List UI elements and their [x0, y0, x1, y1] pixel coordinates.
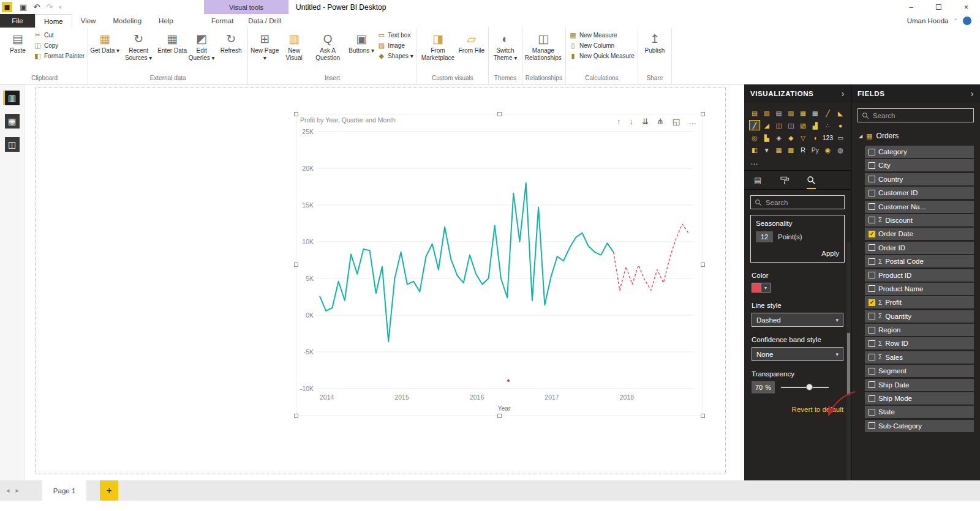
from-file-button[interactable]: ▱From File	[457, 28, 486, 54]
viz-100-stacked-column-chart-icon[interactable]: ▦	[810, 108, 821, 118]
field-category[interactable]: Category	[865, 146, 974, 158]
field-checkbox[interactable]	[869, 149, 875, 155]
tab-file[interactable]: File	[0, 14, 35, 28]
maximize-button[interactable]: ☐	[925, 0, 952, 14]
viz-donut-chart-icon[interactable]: ◎	[749, 132, 760, 143]
field-checkbox[interactable]	[869, 285, 875, 292]
field-checkbox[interactable]	[869, 395, 875, 402]
new-column-button[interactable]: ▯New Column	[569, 42, 635, 50]
profit-line[interactable]	[320, 183, 614, 341]
tab-help[interactable]: Help	[150, 14, 182, 28]
confidence-band-style-dropdown[interactable]: None ▾	[752, 347, 843, 361]
viz-slicer-icon[interactable]: ▼	[761, 144, 772, 155]
field-checkbox[interactable]	[869, 327, 875, 334]
from-marketplace-button[interactable]: ◨From Marketplace	[419, 28, 457, 61]
publish-button[interactable]: ↥Publish	[640, 28, 669, 54]
fields-search-input[interactable]: Search	[858, 108, 974, 122]
viz-ribbon-chart-icon[interactable]: ▧	[797, 120, 809, 130]
viz-stacked-column-chart-icon[interactable]: ▥	[761, 108, 772, 118]
previous-page-icon[interactable]: ◂	[6, 487, 10, 494]
manage-relationships-button[interactable]: ◫Manage Relationships	[524, 28, 562, 61]
viz-arcgis-map-icon[interactable]: ◍	[835, 144, 846, 155]
new-measure-button[interactable]: ▦New Measure	[569, 31, 635, 39]
line-chart-visual[interactable]: Profit by Year, Quarter and Month ↑↓⇊⋔◱……	[296, 114, 703, 416]
field-checkbox[interactable]	[869, 190, 875, 196]
field-sub-category[interactable]: Sub-Category	[865, 420, 974, 432]
data-view-button[interactable]: ▦	[5, 114, 20, 129]
expander-icon[interactable]: ◢	[859, 133, 862, 139]
field-checkbox[interactable]	[869, 203, 875, 210]
orders-table-row[interactable]: ◢ ▦ Orders	[851, 128, 980, 143]
seasonality-input[interactable]: 12	[756, 231, 773, 242]
field-sales[interactable]: ΣSales	[865, 351, 974, 364]
field-checkbox[interactable]	[869, 368, 875, 375]
field-country[interactable]: Country	[865, 173, 974, 185]
fields-pane-tab[interactable]: ▤	[754, 176, 763, 189]
recent-sources-button[interactable]: ↻Recent Sources ▾	[119, 28, 157, 61]
redo-icon[interactable]: ↷	[46, 2, 53, 12]
viz-funnel-icon[interactable]: ▽	[797, 132, 809, 143]
viz-scatter-chart-icon[interactable]: ∴	[822, 120, 834, 130]
tab-home[interactable]: Home	[35, 14, 72, 28]
signed-in-user[interactable]: Uman Hooda	[907, 17, 949, 24]
viz-gauge-icon[interactable]: ◖	[810, 132, 821, 143]
shapes-button[interactable]: ◆Shapes ▾	[377, 52, 413, 60]
undo-icon[interactable]: ↶	[33, 2, 40, 12]
field-checkbox[interactable]	[869, 244, 875, 251]
tab-view[interactable]: View	[72, 14, 105, 28]
copy-button[interactable]: ◫Copy	[34, 42, 85, 50]
report-canvas[interactable]: Profit by Year, Quarter and Month ↑↓⇊⋔◱……	[24, 84, 744, 480]
field-profit[interactable]: ✓ΣProfit	[865, 296, 974, 308]
resize-handle[interactable]	[497, 112, 502, 116]
viz-key-influencers-icon[interactable]: ◉	[822, 144, 834, 155]
tab-modeling[interactable]: Modeling	[104, 14, 150, 28]
refresh-button[interactable]: ↻Refresh	[216, 28, 246, 54]
buttons-button[interactable]: ▣Buttons ▾	[347, 28, 376, 54]
viz-waterfall-chart-icon[interactable]: ▟	[810, 120, 821, 130]
viz-clustered-bar-chart-icon[interactable]: ▤	[774, 108, 785, 118]
visualizations-scrollbar[interactable]	[846, 242, 851, 480]
text-box-button[interactable]: ▭Text box	[377, 31, 413, 39]
viz-multi-row-card-icon[interactable]: ▭	[835, 132, 846, 143]
field-customer-na[interactable]: Customer Na...	[865, 201, 974, 213]
field-checkbox[interactable]	[869, 409, 875, 416]
quick-access-caret-icon[interactable]: ▾	[59, 4, 62, 10]
viz-line-chart-icon[interactable]: ╱	[822, 108, 834, 118]
resize-handle[interactable]	[701, 112, 705, 116]
forecast-line[interactable]	[614, 224, 688, 290]
viz-map-icon[interactable]: ◈	[774, 132, 785, 143]
viz-card-icon[interactable]: 123	[822, 132, 834, 143]
color-dropdown-caret-icon[interactable]: ▾	[761, 283, 771, 293]
tab-format[interactable]: Format	[211, 17, 233, 24]
field-checkbox[interactable]: ✓	[869, 299, 875, 306]
field-product-id[interactable]: Product ID	[865, 269, 974, 282]
color-swatch[interactable]	[752, 283, 761, 293]
tab-data-drill[interactable]: Data / Drill	[248, 17, 281, 24]
viz-line-chart-selected-icon[interactable]: ╱	[749, 120, 760, 130]
edit-queries-button[interactable]: ◩Edit Queries ▾	[187, 28, 216, 61]
field-customer-id[interactable]: Customer ID	[865, 187, 974, 199]
viz-line-and-clustered-column-chart-icon[interactable]: ◫	[785, 120, 796, 130]
field-discount[interactable]: ΣDiscount	[865, 214, 974, 226]
field-order-date[interactable]: ✓Order Date	[865, 228, 974, 240]
line-style-dropdown[interactable]: Dashed ▾	[752, 313, 843, 327]
revert-to-default-link[interactable]: Revert to default	[744, 406, 843, 413]
field-checkbox[interactable]	[869, 381, 875, 388]
ribbon-collapse-icon[interactable]: ⌃	[953, 18, 958, 24]
next-page-icon[interactable]: ▸	[16, 487, 20, 494]
field-checkbox[interactable]	[869, 422, 875, 429]
enter-data-button[interactable]: ▦Enter Data	[157, 28, 187, 54]
close-button[interactable]: ×	[952, 0, 980, 14]
field-quantity[interactable]: ΣQuantity	[865, 310, 974, 323]
viz-kpi-icon[interactable]: ◧	[749, 144, 760, 155]
model-view-button[interactable]: ◫	[5, 137, 20, 152]
ask-a-question-button[interactable]: QAsk A Question	[309, 28, 347, 61]
transparency-slider[interactable]	[781, 383, 829, 392]
field-order-id[interactable]: Order ID	[865, 242, 974, 254]
field-state[interactable]: State	[865, 406, 974, 418]
new-quick-measure-button[interactable]: ▮New Quick Measure	[569, 52, 635, 60]
report-view-button[interactable]: ▥	[5, 91, 20, 105]
field-checkbox[interactable]: ✓	[869, 231, 875, 237]
field-city[interactable]: City	[865, 159, 974, 171]
user-avatar[interactable]	[963, 17, 971, 25]
